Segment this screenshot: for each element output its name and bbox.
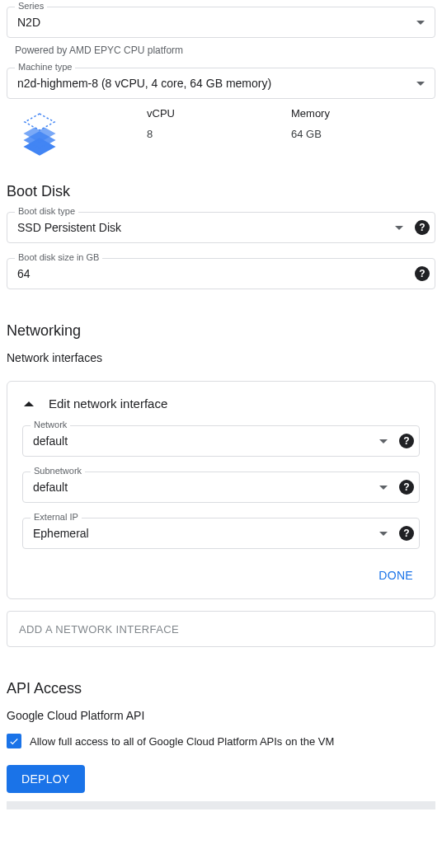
subnetwork-label: Subnetwork xyxy=(31,466,85,476)
external-ip-value: Ephemeral xyxy=(33,527,89,540)
boot-disk-type-label: Boot disk type xyxy=(15,206,78,216)
boot-disk-size-value: 64 xyxy=(17,267,31,280)
chevron-down-icon xyxy=(416,82,425,86)
memory-value: 64 GB xyxy=(291,128,435,140)
chevron-up-icon xyxy=(24,401,34,406)
api-checkbox-label: Allow full access to all of Google Cloud… xyxy=(30,735,334,748)
external-ip-field[interactable]: External IP Ephemeral ? xyxy=(22,518,420,549)
done-button[interactable]: DONE xyxy=(372,564,420,587)
help-icon[interactable]: ? xyxy=(399,526,414,541)
series-subtext: Powered by AMD EPYC CPU platform xyxy=(15,45,435,56)
network-interface-panel: Edit network interface Network default ?… xyxy=(7,381,435,599)
cpu-stack-icon xyxy=(7,107,73,157)
add-network-interface-button[interactable]: ADD A NETWORK INTERFACE xyxy=(7,611,435,647)
vcpu-value: 8 xyxy=(147,128,291,140)
boot-disk-type-value: SSD Persistent Disk xyxy=(17,221,121,234)
api-full-access-row[interactable]: Allow full access to all of Google Cloud… xyxy=(7,734,435,748)
checkbox-checked-icon[interactable] xyxy=(7,734,21,748)
chevron-down-icon xyxy=(416,21,425,25)
network-field[interactable]: Network default ? xyxy=(22,425,420,457)
subnetwork-value: default xyxy=(33,481,68,494)
help-icon[interactable]: ? xyxy=(399,434,414,448)
boot-disk-type-field[interactable]: Boot disk type SSD Persistent Disk ? xyxy=(7,212,435,243)
api-subtitle: Google Cloud Platform API xyxy=(7,709,435,722)
svg-marker-3 xyxy=(25,114,54,130)
help-icon[interactable]: ? xyxy=(415,220,430,235)
vcpu-header: vCPU xyxy=(147,107,291,120)
edit-network-interface-title: Edit network interface xyxy=(49,396,167,411)
panel-header[interactable]: Edit network interface xyxy=(22,396,420,411)
network-label: Network xyxy=(31,420,70,429)
machine-type-field[interactable]: Machine type n2d-highmem-8 (8 vCPU, 4 co… xyxy=(7,68,435,99)
network-value: default xyxy=(33,434,68,448)
networking-title: Networking xyxy=(7,322,435,340)
boot-disk-title: Boot Disk xyxy=(7,183,435,200)
boot-disk-size-field[interactable]: Boot disk size in GB 64 ? xyxy=(7,258,435,289)
machine-specs: vCPU 8 Memory 64 GB xyxy=(7,107,435,157)
chevron-down-icon xyxy=(379,439,388,443)
boot-disk-size-label: Boot disk size in GB xyxy=(15,252,102,262)
chevron-down-icon xyxy=(379,486,388,490)
subnetwork-field[interactable]: Subnetwork default ? xyxy=(22,472,420,503)
machine-type-label: Machine type xyxy=(15,62,75,72)
network-interfaces-label: Network interfaces xyxy=(7,351,435,364)
memory-header: Memory xyxy=(291,107,435,120)
help-icon[interactable]: ? xyxy=(399,480,414,495)
chevron-down-icon xyxy=(395,226,403,230)
external-ip-label: External IP xyxy=(31,512,82,522)
scrollbar-placeholder xyxy=(7,801,435,809)
api-access-title: API Access xyxy=(7,680,435,697)
series-value: N2D xyxy=(17,16,40,29)
series-field[interactable]: Series N2D xyxy=(7,7,435,38)
add-network-interface-label: ADD A NETWORK INTERFACE xyxy=(19,623,179,636)
help-icon[interactable]: ? xyxy=(415,266,430,281)
machine-type-value: n2d-highmem-8 (8 vCPU, 4 core, 64 GB mem… xyxy=(17,77,271,90)
series-label: Series xyxy=(15,1,47,11)
deploy-button[interactable]: DEPLOY xyxy=(7,765,85,793)
chevron-down-icon xyxy=(379,532,388,536)
